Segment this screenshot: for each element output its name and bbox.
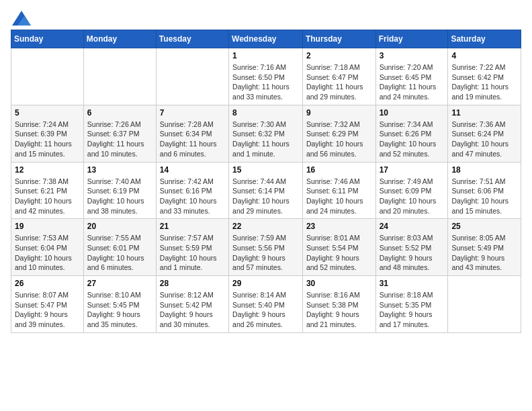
- calendar-week-4: 19Sunrise: 7:53 AM Sunset: 6:04 PM Dayli…: [11, 219, 521, 276]
- calendar-week-3: 12Sunrise: 7:38 AM Sunset: 6:21 PM Dayli…: [11, 162, 521, 219]
- calendar-cell: 1Sunrise: 7:16 AM Sunset: 6:50 PM Daylig…: [229, 48, 303, 105]
- calendar-cell: 21Sunrise: 7:57 AM Sunset: 5:59 PM Dayli…: [156, 219, 228, 276]
- day-info: Sunrise: 7:30 AM Sunset: 6:32 PM Dayligh…: [232, 120, 299, 159]
- weekday-header-friday: Friday: [375, 30, 448, 48]
- calendar-cell: 24Sunrise: 8:03 AM Sunset: 5:52 PM Dayli…: [375, 219, 448, 276]
- day-number: 12: [15, 165, 80, 175]
- day-number: 11: [451, 108, 517, 118]
- calendar-cell: [83, 48, 156, 105]
- calendar-cell: 14Sunrise: 7:42 AM Sunset: 6:16 PM Dayli…: [156, 162, 228, 219]
- day-info: Sunrise: 7:44 AM Sunset: 6:14 PM Dayligh…: [232, 177, 299, 216]
- logo: [11, 11, 31, 23]
- day-info: Sunrise: 8:18 AM Sunset: 5:35 PM Dayligh…: [380, 290, 445, 330]
- calendar-cell: 2Sunrise: 7:18 AM Sunset: 6:47 PM Daylig…: [302, 48, 375, 105]
- day-info: Sunrise: 7:57 AM Sunset: 5:59 PM Dayligh…: [160, 233, 225, 273]
- day-info: Sunrise: 7:53 AM Sunset: 6:04 PM Dayligh…: [15, 233, 80, 273]
- day-number: 4: [451, 51, 517, 60]
- day-info: Sunrise: 7:42 AM Sunset: 6:16 PM Dayligh…: [160, 177, 225, 216]
- calendar-cell: 30Sunrise: 8:16 AM Sunset: 5:38 PM Dayli…: [302, 276, 375, 333]
- calendar-week-1: 1Sunrise: 7:16 AM Sunset: 6:50 PM Daylig…: [11, 48, 521, 105]
- weekday-header-monday: Monday: [83, 30, 156, 48]
- weekday-header-sunday: Sunday: [11, 30, 84, 48]
- weekday-header-tuesday: Tuesday: [156, 30, 228, 48]
- day-info: Sunrise: 7:38 AM Sunset: 6:21 PM Dayligh…: [15, 177, 80, 216]
- day-info: Sunrise: 7:51 AM Sunset: 6:06 PM Dayligh…: [451, 177, 517, 216]
- calendar-cell: 27Sunrise: 8:10 AM Sunset: 5:45 PM Dayli…: [83, 276, 156, 333]
- calendar-cell: 8Sunrise: 7:30 AM Sunset: 6:32 PM Daylig…: [229, 105, 303, 162]
- calendar-body: 1Sunrise: 7:16 AM Sunset: 6:50 PM Daylig…: [11, 48, 521, 333]
- day-number: 6: [87, 108, 152, 118]
- day-number: 23: [306, 222, 372, 231]
- day-number: 9: [306, 108, 372, 118]
- day-info: Sunrise: 7:46 AM Sunset: 6:11 PM Dayligh…: [306, 177, 372, 216]
- day-number: 29: [232, 279, 299, 288]
- day-info: Sunrise: 8:01 AM Sunset: 5:54 PM Dayligh…: [306, 233, 372, 273]
- day-info: Sunrise: 8:14 AM Sunset: 5:40 PM Dayligh…: [232, 290, 299, 330]
- day-info: Sunrise: 7:59 AM Sunset: 5:56 PM Dayligh…: [232, 233, 299, 273]
- day-number: 17: [380, 165, 445, 175]
- calendar-cell: 16Sunrise: 7:46 AM Sunset: 6:11 PM Dayli…: [302, 162, 375, 219]
- day-info: Sunrise: 7:20 AM Sunset: 6:45 PM Dayligh…: [380, 62, 445, 102]
- calendar-cell: 12Sunrise: 7:38 AM Sunset: 6:21 PM Dayli…: [11, 162, 84, 219]
- calendar-cell: [11, 48, 84, 105]
- calendar-cell: 26Sunrise: 8:07 AM Sunset: 5:47 PM Dayli…: [11, 276, 84, 333]
- day-info: Sunrise: 7:28 AM Sunset: 6:34 PM Dayligh…: [160, 120, 225, 159]
- day-number: 24: [380, 222, 445, 231]
- logo-icon: [12, 11, 31, 26]
- day-info: Sunrise: 7:36 AM Sunset: 6:24 PM Dayligh…: [451, 120, 517, 159]
- day-info: Sunrise: 7:55 AM Sunset: 6:01 PM Dayligh…: [87, 233, 152, 273]
- day-number: 28: [160, 279, 225, 288]
- day-number: 21: [160, 222, 225, 231]
- day-info: Sunrise: 7:24 AM Sunset: 6:39 PM Dayligh…: [15, 120, 80, 159]
- calendar-week-2: 5Sunrise: 7:24 AM Sunset: 6:39 PM Daylig…: [11, 105, 521, 162]
- calendar-week-5: 26Sunrise: 8:07 AM Sunset: 5:47 PM Dayli…: [11, 276, 521, 333]
- day-number: 26: [15, 279, 80, 288]
- day-info: Sunrise: 7:26 AM Sunset: 6:37 PM Dayligh…: [87, 120, 152, 159]
- day-number: 13: [87, 165, 152, 175]
- calendar-cell: 31Sunrise: 8:18 AM Sunset: 5:35 PM Dayli…: [375, 276, 448, 333]
- day-number: 15: [232, 165, 299, 175]
- calendar-cell: 20Sunrise: 7:55 AM Sunset: 6:01 PM Dayli…: [83, 219, 156, 276]
- day-info: Sunrise: 7:18 AM Sunset: 6:47 PM Dayligh…: [306, 62, 372, 102]
- day-info: Sunrise: 8:10 AM Sunset: 5:45 PM Dayligh…: [87, 290, 152, 330]
- day-info: Sunrise: 8:12 AM Sunset: 5:42 PM Dayligh…: [160, 290, 225, 330]
- page-header: [11, 11, 521, 23]
- day-number: 3: [380, 51, 445, 60]
- day-info: Sunrise: 7:32 AM Sunset: 6:29 PM Dayligh…: [306, 120, 372, 159]
- day-number: 20: [87, 222, 152, 231]
- calendar-cell: 19Sunrise: 7:53 AM Sunset: 6:04 PM Dayli…: [11, 219, 84, 276]
- day-number: 30: [306, 279, 372, 288]
- weekday-header-saturday: Saturday: [448, 30, 521, 48]
- weekday-header-wednesday: Wednesday: [229, 30, 303, 48]
- day-number: 31: [380, 279, 445, 288]
- calendar-cell: 10Sunrise: 7:34 AM Sunset: 6:26 PM Dayli…: [375, 105, 448, 162]
- day-number: 22: [232, 222, 299, 231]
- day-number: 14: [160, 165, 225, 175]
- calendar-cell: 28Sunrise: 8:12 AM Sunset: 5:42 PM Dayli…: [156, 276, 228, 333]
- calendar-cell: [156, 48, 228, 105]
- day-number: 1: [232, 51, 299, 60]
- calendar-header: SundayMondayTuesdayWednesdayThursdayFrid…: [11, 30, 521, 48]
- day-info: Sunrise: 7:22 AM Sunset: 6:42 PM Dayligh…: [451, 62, 517, 102]
- day-info: Sunrise: 8:07 AM Sunset: 5:47 PM Dayligh…: [15, 290, 80, 330]
- calendar-cell: 29Sunrise: 8:14 AM Sunset: 5:40 PM Dayli…: [229, 276, 303, 333]
- day-number: 19: [15, 222, 80, 231]
- calendar-cell: 23Sunrise: 8:01 AM Sunset: 5:54 PM Dayli…: [302, 219, 375, 276]
- day-number: 2: [306, 51, 372, 60]
- day-number: 5: [15, 108, 80, 118]
- day-info: Sunrise: 7:34 AM Sunset: 6:26 PM Dayligh…: [380, 120, 445, 159]
- calendar-cell: 4Sunrise: 7:22 AM Sunset: 6:42 PM Daylig…: [448, 48, 521, 105]
- calendar-cell: 6Sunrise: 7:26 AM Sunset: 6:37 PM Daylig…: [83, 105, 156, 162]
- calendar-table: SundayMondayTuesdayWednesdayThursdayFrid…: [11, 30, 521, 333]
- day-info: Sunrise: 8:03 AM Sunset: 5:52 PM Dayligh…: [380, 233, 445, 273]
- calendar-cell: 5Sunrise: 7:24 AM Sunset: 6:39 PM Daylig…: [11, 105, 84, 162]
- calendar-cell: 15Sunrise: 7:44 AM Sunset: 6:14 PM Dayli…: [229, 162, 303, 219]
- day-number: 25: [451, 222, 517, 231]
- calendar-cell: 9Sunrise: 7:32 AM Sunset: 6:29 PM Daylig…: [302, 105, 375, 162]
- day-number: 27: [87, 279, 152, 288]
- day-number: 8: [232, 108, 299, 118]
- day-number: 18: [451, 165, 517, 175]
- calendar-cell: 13Sunrise: 7:40 AM Sunset: 6:19 PM Dayli…: [83, 162, 156, 219]
- calendar-cell: 25Sunrise: 8:05 AM Sunset: 5:49 PM Dayli…: [448, 219, 521, 276]
- calendar-cell: 22Sunrise: 7:59 AM Sunset: 5:56 PM Dayli…: [229, 219, 303, 276]
